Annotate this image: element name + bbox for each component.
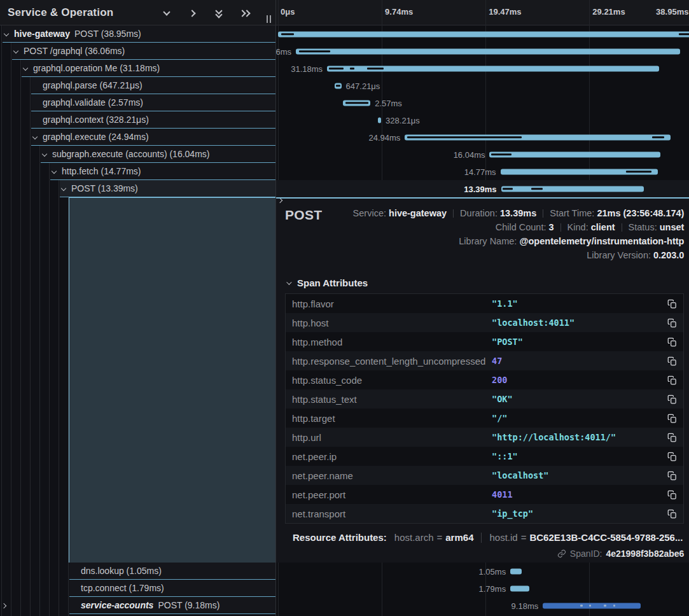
overview-value: 21ms (23:56:48.174) — [597, 208, 684, 218]
attribute-row: net.transport "ip_tcp" — [286, 504, 683, 523]
resource-value: arm64 — [445, 532, 473, 543]
trace-viewer: Service & Operation hive-gatewayPOST (38… — [0, 0, 689, 616]
tree-row-graphql-context[interactable]: graphql.context (328.21μs) — [0, 111, 275, 129]
copy-icon[interactable] — [667, 490, 677, 500]
attribute-key: http.status_code — [292, 375, 492, 386]
resource-key: host.arch — [394, 532, 434, 543]
overview-label: Duration: — [460, 208, 498, 218]
tree-row-post-selected[interactable]: POST (13.39ms) — [0, 180, 275, 197]
span-bar[interactable] — [278, 31, 689, 37]
span-bar[interactable] — [378, 117, 381, 123]
copy-icon[interactable] — [667, 433, 677, 442]
overview-value: hive-gateway — [389, 208, 447, 218]
attribute-value: "ip_tcp" — [492, 508, 533, 519]
chevron-right-icon[interactable] — [188, 8, 199, 18]
attribute-row: net.peer.name "localhost" — [286, 466, 683, 485]
timeline-rows: 36.06ms 31.18ms 647.21μs 2.57ms 328.21μs… — [276, 0, 689, 614]
copy-icon[interactable] — [667, 299, 677, 309]
overview-line: Child Count: 3Kind: clientStatus: unset — [353, 220, 685, 234]
span-bar[interactable] — [543, 603, 641, 608]
attribute-value: "1.1" — [492, 298, 518, 309]
timeline-row[interactable]: 36.06ms — [276, 43, 689, 60]
overview-label: Child Count: — [496, 222, 546, 232]
copy-icon[interactable] — [667, 452, 677, 461]
column-resize-handle[interactable] — [267, 15, 272, 23]
timeline-row[interactable]: 1.05ms — [276, 563, 689, 580]
attribute-value: "/" — [492, 413, 507, 423]
tree-row-graphql-validate[interactable]: graphql.validate (2.57ms) — [0, 94, 275, 111]
timeline-row[interactable]: 2.57ms — [276, 94, 689, 111]
service-operation-panel: Service & Operation hive-gatewayPOST (38… — [0, 0, 276, 616]
span-bar[interactable] — [327, 66, 659, 71]
span-bar[interactable] — [501, 169, 658, 174]
double-chevron-right-icon[interactable] — [240, 8, 251, 18]
attribute-key: http.url — [292, 432, 492, 443]
span-bar[interactable] — [343, 100, 370, 106]
span-duration-label: 9.18ms — [512, 601, 539, 610]
timeline-row[interactable]: 647.21μs — [276, 77, 689, 94]
timeline-row[interactable]: 14.77ms — [276, 163, 689, 180]
span-duration-label: 24.94ms — [368, 132, 400, 142]
tree-row-tcp-connect[interactable]: tcp.connect (1.79ms) — [0, 580, 275, 597]
overview-line: Library Version: 0.203.0 — [353, 248, 685, 262]
span-attributes-toggle[interactable]: Span Attributes — [286, 277, 684, 288]
timeline-row[interactable]: 24.94ms — [276, 129, 689, 146]
span-bar[interactable] — [296, 48, 680, 54]
tree-row-dns-lookup[interactable]: dns.lookup (1.05ms) — [0, 563, 275, 580]
chevron-down-icon[interactable] — [162, 8, 173, 18]
span-duration-label: 14.77ms — [464, 167, 496, 176]
timeline-row[interactable]: 9.18ms — [276, 597, 689, 614]
tree-row-service-accounts-post[interactable]: service-accountsPOST (9.18ms) — [0, 597, 275, 614]
tree-row-graphql-execute[interactable]: graphql.execute (24.94ms) — [0, 129, 275, 146]
timeline-row[interactable]: 1.79ms — [276, 580, 689, 597]
span-bar[interactable] — [489, 151, 660, 157]
link-icon[interactable] — [557, 549, 566, 558]
resource-attributes-toggle[interactable]: Resource Attributes: host.arch = arm64 h… — [286, 532, 683, 543]
span-bar[interactable] — [335, 83, 342, 88]
copy-icon[interactable] — [667, 375, 677, 385]
tree-row-http-fetch[interactable]: http.fetch (14.77ms) — [0, 163, 275, 180]
timeline-row[interactable]: 16.04ms — [276, 146, 689, 163]
equals-sign: = — [521, 532, 527, 543]
attribute-key: net.peer.ip — [292, 451, 492, 462]
copy-icon[interactable] — [667, 337, 677, 347]
copy-icon[interactable] — [667, 318, 677, 328]
attribute-row: http.response_content_length_uncompresse… — [286, 351, 683, 370]
span-bar[interactable] — [405, 134, 671, 140]
attribute-row: http.method "POST" — [286, 332, 683, 351]
attribute-value: "OK" — [492, 394, 513, 404]
overview-value: unset — [660, 222, 685, 232]
copy-icon[interactable] — [667, 414, 677, 423]
tree-row-post-graphql[interactable]: POST /graphql (36.06ms) — [0, 43, 275, 60]
span-duration-label: 13.39ms — [464, 184, 496, 193]
service-name: service-accounts — [81, 600, 153, 610]
span-name: graphql.parse (647.21μs) — [0, 77, 275, 94]
timeline-row[interactable]: 31.18ms — [276, 60, 689, 77]
tree-row-graphql-operation[interactable]: graphql.operation Me (31.18ms) — [0, 60, 275, 77]
timeline-row[interactable]: 328.21μs — [276, 111, 689, 129]
timeline-row[interactable] — [276, 25, 689, 43]
span-detail-header: POST Service: hive-gatewayDuration: 13.3… — [276, 199, 689, 262]
span-overview: Service: hive-gatewayDuration: 13.39msSt… — [353, 206, 685, 262]
tree-row-graphql-parse[interactable]: graphql.parse (647.21μs) — [0, 77, 275, 94]
attribute-value: 4011 — [492, 489, 513, 500]
overview-label: Service: — [353, 208, 386, 218]
span-id-row: SpanID: 4e21998f3b82abe6 — [285, 549, 684, 559]
attribute-key: http.method — [292, 337, 492, 347]
overview-line: Service: hive-gatewayDuration: 13.39msSt… — [353, 206, 685, 220]
span-id-label: SpanID: — [570, 549, 602, 559]
copy-icon[interactable] — [667, 395, 677, 404]
timeline-row-selected[interactable]: 13.39ms — [276, 180, 689, 197]
panel-title: Service & Operation — [8, 6, 113, 19]
double-chevron-down-icon[interactable] — [214, 8, 225, 18]
tree-row-subgraph-execute[interactable]: subgraph.execute (accounts) (16.04ms) — [0, 146, 275, 163]
span-bar[interactable] — [501, 186, 644, 192]
copy-icon[interactable] — [667, 356, 677, 366]
span-name: hive-gatewayPOST (38.95ms) — [0, 25, 275, 42]
tree-row-hive-gateway-post[interactable]: hive-gatewayPOST (38.95ms) — [0, 25, 275, 43]
span-duration-label: 2.57ms — [375, 98, 402, 108]
span-bar[interactable] — [510, 585, 529, 591]
copy-icon[interactable] — [667, 509, 677, 519]
span-bar[interactable] — [510, 568, 522, 574]
copy-icon[interactable] — [667, 471, 677, 480]
